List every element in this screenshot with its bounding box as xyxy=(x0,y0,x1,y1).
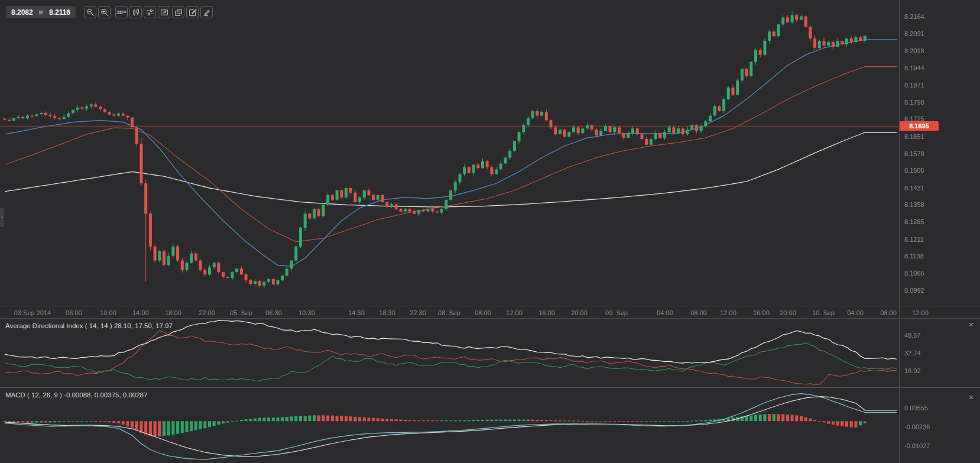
zoom-out-button[interactable] xyxy=(84,6,96,18)
left-panel-handle[interactable] xyxy=(0,208,4,227)
candle-body xyxy=(67,114,70,117)
price-tag: 8.1695 xyxy=(900,121,939,131)
time-axis-label: 22:30 xyxy=(410,309,426,316)
macd-histogram-bar xyxy=(262,418,265,422)
macd-histogram-bar xyxy=(454,420,457,422)
candle-body xyxy=(513,141,516,151)
candle-body xyxy=(245,274,248,280)
macd-histogram-bar xyxy=(272,417,275,421)
candle-body xyxy=(618,127,621,133)
candle-body xyxy=(240,268,243,274)
candle-body xyxy=(836,41,839,47)
candle-body xyxy=(864,35,867,41)
candle-body xyxy=(550,120,553,127)
candle-body xyxy=(190,254,193,263)
candle-body xyxy=(622,133,625,138)
macd-histogram-bar xyxy=(449,420,452,421)
macd-histogram-bar xyxy=(80,421,83,422)
time-axis-label: 10:30 xyxy=(298,309,315,316)
candle-body xyxy=(845,38,848,44)
macd-histogram-bar xyxy=(518,420,521,422)
macd-histogram-bar xyxy=(63,421,66,422)
bid-ask-widget[interactable]: 8.2082 8.2116 xyxy=(6,6,76,18)
candle-body xyxy=(754,50,757,62)
candle-body xyxy=(436,212,439,213)
indicator-line xyxy=(5,331,897,385)
main-chart[interactable] xyxy=(0,0,900,306)
adx-axis-label: 48.57 xyxy=(904,332,921,339)
macd-histogram-bar xyxy=(486,420,489,422)
candle-body xyxy=(72,110,74,114)
macd-histogram-bar xyxy=(809,419,812,422)
macd-histogram-bar xyxy=(135,421,138,430)
macd-histogram-bar xyxy=(408,420,411,421)
macd-histogram-bar xyxy=(677,421,680,422)
macd-histogram-bar xyxy=(654,421,657,422)
timeframe-button[interactable]: 30m xyxy=(115,6,128,18)
macd-axis-label: -0.00236 xyxy=(904,423,930,430)
macd-histogram-bar xyxy=(668,421,671,422)
candle-body xyxy=(554,127,557,134)
draw-tools-button[interactable] xyxy=(200,6,213,18)
macd-histogram-bar xyxy=(854,421,857,428)
macd-histogram-bar xyxy=(472,420,475,421)
candle-body xyxy=(627,133,629,138)
candle-body xyxy=(404,209,407,212)
candle-body xyxy=(654,133,657,139)
candle-body xyxy=(217,263,220,272)
candle-body xyxy=(149,214,152,247)
macd-histogram-bar xyxy=(290,416,293,421)
candle-body xyxy=(773,31,775,36)
candle-body xyxy=(176,247,179,261)
time-axis-label: 10. Sep xyxy=(812,309,835,316)
zoom-in-button[interactable] xyxy=(98,6,111,18)
macd-histogram-bar xyxy=(349,416,352,421)
candle-body xyxy=(804,17,807,27)
macd-histogram-bar xyxy=(163,421,166,436)
candle-body xyxy=(395,205,398,209)
candle-body xyxy=(650,139,653,145)
candle-body xyxy=(563,129,566,137)
candle-body xyxy=(262,282,265,286)
candle-body xyxy=(732,88,735,95)
macd-histogram-bar xyxy=(864,421,867,423)
time-axis-label: 09. Sep xyxy=(605,309,628,316)
candle-body xyxy=(763,41,766,55)
macd-histogram-bar xyxy=(340,416,343,421)
macd-panel[interactable] xyxy=(0,388,900,463)
duplicate-chart-button[interactable] xyxy=(172,6,184,18)
macd-histogram-bar xyxy=(700,420,703,422)
macd-histogram-bar xyxy=(444,420,447,421)
chart-type-button[interactable] xyxy=(129,6,142,18)
marker-pen-icon xyxy=(203,8,211,17)
time-axis[interactable]: 03 Sep 201406:0010:0014:0018:0022:0005. … xyxy=(0,306,980,318)
candle-body xyxy=(408,209,411,212)
candle-body xyxy=(58,118,61,119)
macd-histogram-bar xyxy=(126,421,129,426)
candle-body xyxy=(586,125,589,128)
macd-histogram-bar xyxy=(590,421,593,422)
macd-histogram-bar xyxy=(645,421,648,422)
macd-histogram-bar xyxy=(235,421,238,422)
timeframe-value: 30 xyxy=(116,9,123,15)
macd-histogram-bar xyxy=(226,421,229,422)
macd-histogram-bar xyxy=(795,415,798,421)
price-axis-label: 8.0992 xyxy=(904,287,924,294)
expand-chart-button[interactable] xyxy=(158,6,170,18)
macd-histogram-bar xyxy=(567,420,570,421)
candle-body xyxy=(80,108,83,109)
candle-body xyxy=(345,188,348,197)
candlestick-icon xyxy=(132,8,140,17)
macd-histogram-bar xyxy=(399,420,402,422)
macd-histogram-bar xyxy=(813,420,816,421)
candle-body xyxy=(695,125,698,131)
candle-body xyxy=(422,211,425,212)
macd-histogram-bar xyxy=(144,421,147,435)
candle-body xyxy=(167,256,170,266)
indicators-button[interactable] xyxy=(144,6,156,18)
macd-histogram-bar xyxy=(95,421,98,422)
edit-chart-button[interactable] xyxy=(186,6,199,18)
macd-histogram-bar xyxy=(773,414,775,421)
macd-histogram-bar xyxy=(26,421,29,422)
timeframe-unit: m xyxy=(123,10,126,14)
